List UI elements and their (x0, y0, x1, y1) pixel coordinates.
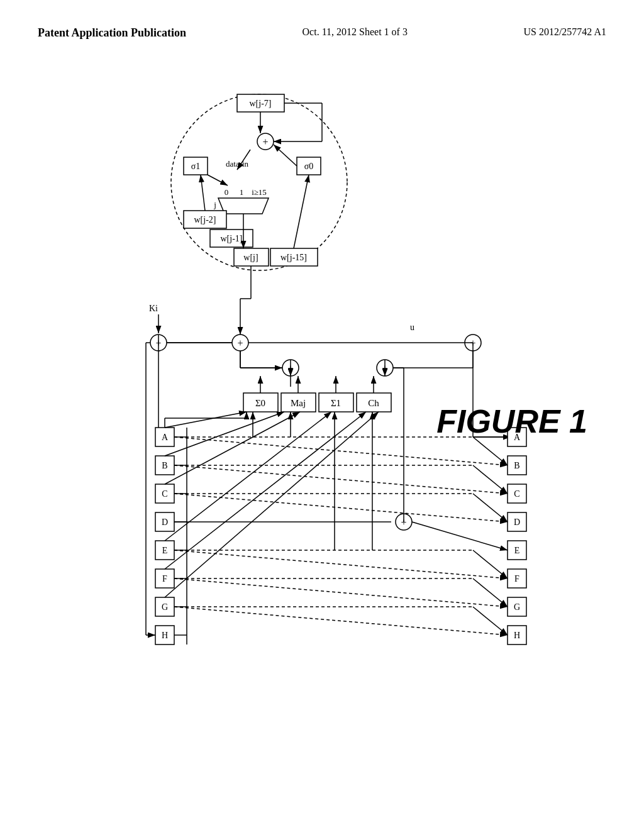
svg-point-4 (171, 94, 347, 270)
svg-text:B: B (514, 461, 519, 470)
svg-line-107 (174, 494, 508, 522)
figure-label: FIGURE 1 (436, 402, 587, 440)
svg-text:σ0: σ0 (304, 162, 314, 171)
svg-line-110 (174, 607, 508, 635)
svg-line-150 (473, 578, 508, 607)
svg-line-124 (165, 412, 379, 597)
header-patent-number: US 2012/257742 A1 (523, 25, 606, 39)
svg-text:H: H (162, 631, 168, 640)
svg-text:w[j-7]: w[j-7] (250, 99, 272, 108)
page-header: Patent Application Publication Oct. 11, … (38, 25, 606, 41)
svg-text:w[j]: w[j] (243, 253, 258, 262)
header-publication-label: Patent Application Publication (38, 25, 186, 41)
svg-line-149 (473, 550, 508, 578)
svg-text:Ki: Ki (149, 304, 158, 313)
svg-line-105 (174, 437, 508, 465)
svg-line-114 (412, 522, 508, 550)
svg-line-30 (208, 175, 228, 185)
svg-text:D: D (514, 517, 520, 527)
svg-text:D: D (162, 517, 168, 527)
svg-text:w[j-1]: w[j-1] (221, 234, 243, 243)
figure-container: FIGURE 1 text { font-family: 'Times New … (38, 60, 606, 783)
svg-text:F: F (162, 574, 167, 584)
svg-line-108 (174, 550, 508, 578)
header-date-sheet: Oct. 11, 2012 Sheet 1 of 3 (303, 25, 408, 39)
svg-line-33 (294, 175, 309, 248)
svg-text:σ1: σ1 (191, 162, 201, 171)
svg-text:Ch: Ch (368, 398, 379, 408)
svg-line-119 (165, 412, 247, 428)
svg-text:w[j-15]: w[j-15] (280, 253, 307, 262)
svg-text:+: + (237, 338, 243, 348)
svg-text:Maj: Maj (291, 398, 306, 408)
svg-line-151 (473, 607, 508, 635)
svg-text:H: H (514, 631, 520, 640)
svg-text:+: + (262, 136, 268, 147)
svg-text:w[j-2]: w[j-2] (194, 215, 216, 224)
svg-text:G: G (162, 602, 168, 612)
page: Patent Application Publication Oct. 11, … (0, 0, 644, 830)
svg-line-147 (473, 465, 508, 494)
svg-text:data-in: data-in (226, 159, 249, 169)
svg-text:F: F (514, 574, 519, 584)
svg-text:E: E (162, 546, 168, 555)
svg-line-32 (201, 175, 205, 211)
svg-line-146 (473, 437, 508, 465)
svg-line-109 (174, 578, 508, 607)
svg-text:C: C (514, 489, 519, 499)
svg-text:A: A (162, 433, 169, 442)
svg-line-106 (174, 465, 508, 494)
svg-text:C: C (162, 489, 167, 499)
svg-line-123 (165, 412, 366, 569)
svg-text:0: 0 (225, 187, 229, 197)
svg-text:Σ1: Σ1 (331, 398, 341, 408)
svg-text:u: u (410, 323, 414, 332)
svg-line-29 (274, 145, 297, 166)
svg-text:j: j (213, 200, 216, 209)
svg-text:E: E (514, 546, 520, 555)
svg-text:G: G (514, 602, 520, 612)
svg-text:1: 1 (240, 187, 244, 197)
svg-text:Σ0: Σ0 (255, 398, 265, 408)
svg-line-148 (473, 494, 508, 522)
svg-text:B: B (162, 461, 167, 470)
svg-text:i≥15: i≥15 (252, 187, 267, 197)
